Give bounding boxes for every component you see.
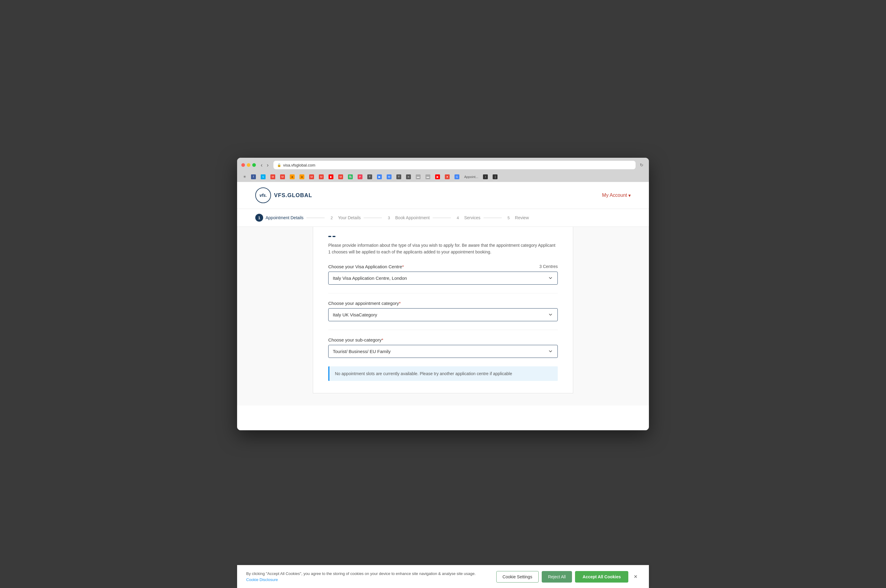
centres-count: 3 Centres — [539, 264, 558, 269]
bookmark-pocket[interactable]: P — [356, 174, 364, 180]
lock-icon: 🔒 — [277, 163, 281, 167]
step-3-num: 3 — [385, 214, 393, 222]
category-select[interactable]: Italy UK VisaCategory — [328, 308, 558, 321]
site-header: vfs. VFS.GLOBAL My Account ▾ — [237, 182, 649, 209]
bookmark-misc1[interactable]: ● — [443, 174, 451, 180]
scroll-indicator — [328, 236, 558, 237]
step-4-label: Services — [464, 215, 481, 220]
bookmark-s[interactable]: S — [259, 174, 267, 180]
step-3[interactable]: 3 Book Appointment — [385, 214, 430, 222]
step-5-num: 5 — [505, 214, 513, 222]
step-5[interactable]: 5 Review — [505, 214, 529, 222]
divider-2 — [328, 330, 558, 330]
bookmark-youtube[interactable]: ▶ — [327, 174, 335, 180]
bookmark-amazon[interactable]: a — [288, 174, 297, 180]
step-1-label: Appointment Details — [265, 215, 303, 220]
bookmark-gmail2[interactable]: M — [278, 174, 287, 180]
logo-area: vfs. VFS.GLOBAL — [255, 188, 312, 203]
bookmark-appoint[interactable]: Appoint... — [462, 174, 480, 180]
traffic-light-yellow[interactable] — [247, 163, 250, 167]
subcategory-select[interactable]: Tourist/ Business/ EU Family National Vi… — [328, 345, 558, 358]
my-account-dropdown-icon: ▾ — [628, 193, 631, 198]
bookmark-youtube2[interactable]: ▶ — [433, 174, 442, 180]
back-button[interactable]: ‹ — [259, 162, 264, 168]
bookmarks-bar: ✳ f S M M a a M M ▶ M 🐘 P T ▶ M T n ▬ ▬ … — [241, 172, 645, 182]
step-4[interactable]: 4 Services — [454, 214, 481, 222]
visa-centre-select[interactable]: Italy Visa Application Centre, London It… — [328, 272, 558, 285]
subcategory-group: Choose your sub-category* Tourist/ Busin… — [328, 337, 558, 358]
bookmark-m[interactable]: M — [336, 174, 345, 180]
visa-centre-label: Choose your Visa Application Centre* 3 C… — [328, 264, 558, 269]
bookmark-bar2[interactable]: ▬ — [424, 174, 432, 180]
bookmark-gmail[interactable]: M — [268, 174, 277, 180]
bookmark-extra1[interactable]: ! — [481, 174, 490, 180]
logo-text: VFS.GLOBAL — [274, 192, 312, 199]
my-account-button[interactable]: My Account ▾ — [602, 193, 631, 198]
traffic-light-green[interactable] — [252, 163, 256, 167]
info-text: Please provide information about the typ… — [328, 242, 558, 255]
step-1[interactable]: 1 Appointment Details — [255, 214, 303, 222]
bookmark-asterisk[interactable]: ✳ — [241, 174, 248, 180]
bookmark-gmail3[interactable]: M — [307, 174, 316, 180]
reload-button[interactable]: ↻ — [639, 162, 645, 168]
progress-bar: 1 Appointment Details 2 Your Details 3 B… — [237, 209, 649, 227]
logo-circle: vfs. — [255, 188, 271, 203]
address-bar[interactable]: 🔒 visa.vfsglobal.com — [273, 161, 636, 169]
category-label: Choose your appointment category* — [328, 301, 558, 306]
url-text: visa.vfsglobal.com — [283, 163, 315, 168]
bookmark-extra2[interactable]: | — [491, 174, 499, 180]
bookmark-gmail4[interactable]: M — [317, 174, 325, 180]
forward-button[interactable]: › — [265, 162, 270, 168]
logo-vfs-text: vfs. — [259, 193, 267, 198]
bookmark-google[interactable]: G — [453, 174, 461, 180]
bookmark-ext1[interactable]: T — [394, 174, 403, 180]
subcategory-label: Choose your sub-category* — [328, 337, 558, 342]
form-container: Please provide information about the typ… — [313, 227, 573, 393]
my-account-label: My Account — [602, 193, 627, 198]
bookmark-docs[interactable]: M — [385, 174, 393, 180]
step-4-num: 4 — [454, 214, 462, 222]
bookmark-evernote[interactable]: 🐘 — [346, 174, 355, 180]
bookmark-t[interactable]: T — [366, 174, 374, 180]
main-content: Please provide information about the typ… — [237, 227, 649, 405]
step-3-label: Book Appointment — [395, 215, 430, 220]
bookmark-ext2[interactable]: n — [404, 174, 413, 180]
category-group: Choose your appointment category* Italy … — [328, 301, 558, 321]
bookmark-amazon2[interactable]: a — [298, 174, 306, 180]
step-2-label: Your Details — [338, 215, 361, 220]
traffic-light-red[interactable] — [241, 163, 245, 167]
step-1-num: 1 — [255, 214, 263, 222]
no-slots-text: No appointment slots are currently avail… — [335, 371, 552, 376]
no-slots-box: No appointment slots are currently avail… — [328, 366, 558, 381]
bookmark-arrow[interactable]: ▶ — [375, 174, 384, 180]
visa-centre-group: Choose your Visa Application Centre* 3 C… — [328, 264, 558, 285]
step-5-label: Review — [515, 215, 529, 220]
bookmark-bar1[interactable]: ▬ — [414, 174, 423, 180]
step-2-num: 2 — [328, 214, 336, 222]
step-2[interactable]: 2 Your Details — [328, 214, 361, 222]
bookmark-f[interactable]: f — [249, 174, 258, 180]
